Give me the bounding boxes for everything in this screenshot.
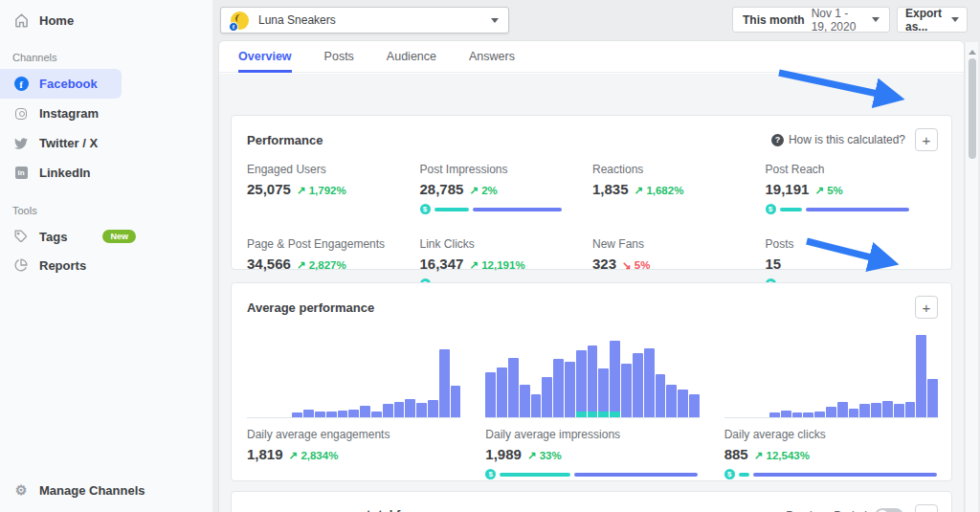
chart-bar bbox=[803, 412, 813, 417]
previous-period-toggle[interactable] bbox=[875, 508, 903, 512]
scrollbar-thumb[interactable] bbox=[969, 58, 976, 159]
chart-bar bbox=[303, 410, 314, 417]
trend-up-value: ↗ 2% bbox=[469, 184, 497, 197]
date-range-value: Nov 1 - 19, 2020 bbox=[812, 7, 865, 33]
coin-icon: $ bbox=[485, 469, 496, 479]
export-as-button[interactable]: Export as... bbox=[897, 7, 968, 33]
paid-organic-bar: $ bbox=[766, 204, 909, 214]
chart-bar bbox=[497, 367, 507, 417]
chart-bar bbox=[871, 403, 881, 417]
sidebar-item-label: Reports bbox=[39, 258, 86, 273]
sidebar-section-channels: Channels bbox=[0, 34, 212, 69]
daily-impressions-chart bbox=[485, 330, 699, 418]
chart-bar bbox=[916, 335, 926, 417]
chart-bar bbox=[633, 353, 643, 417]
tab-posts[interactable]: Posts bbox=[324, 41, 354, 73]
paid-segment bbox=[780, 208, 802, 211]
chart-bar bbox=[451, 386, 461, 417]
chart-bar-paid-segment bbox=[610, 412, 620, 417]
sidebar-item-label: Home bbox=[39, 13, 74, 28]
account-selector-dropdown[interactable]: f Luna Sneakers bbox=[220, 7, 509, 33]
metric-reactions: Reactions 1,835 ↗ 1,682% bbox=[592, 163, 766, 214]
chart-bar bbox=[927, 379, 938, 417]
chart-bar bbox=[678, 390, 688, 417]
sidebar-section-tools: Tools bbox=[0, 188, 212, 222]
daily-engagements-chart bbox=[247, 330, 460, 418]
sidebar-item-twitter[interactable]: Twitter / X bbox=[0, 128, 122, 158]
sidebar-item-facebook[interactable]: f Facebook bbox=[0, 69, 122, 99]
how-calculated-link[interactable]: ? How is this calculated? bbox=[771, 133, 905, 146]
chart-bar bbox=[565, 362, 575, 417]
sidebar-item-label: Tags bbox=[39, 230, 67, 244]
add-metric-button[interactable]: + bbox=[915, 504, 938, 512]
paid-organic-bar: $ bbox=[420, 204, 564, 214]
chart-bar-paid-segment bbox=[576, 412, 587, 417]
average-performance-title: Average performance bbox=[247, 301, 915, 315]
trend-up-value: ↗ 1,792% bbox=[297, 184, 346, 197]
sidebar-item-label: LinkedIn bbox=[39, 166, 90, 180]
chart-bar bbox=[849, 409, 859, 417]
manage-channels-button[interactable]: ⚙ Manage Channels bbox=[0, 476, 212, 504]
chart-bar bbox=[656, 374, 666, 417]
sidebar-item-linkedin[interactable]: in LinkedIn bbox=[0, 158, 122, 188]
sidebar-item-label: Instagram bbox=[39, 106, 99, 121]
avg-clicks-column: Daily average clicks 885 ↗ 12,543% $ bbox=[724, 330, 938, 479]
sidebar-item-reports[interactable]: Reports bbox=[0, 251, 212, 279]
sidebar-item-tags[interactable]: Tags New bbox=[0, 222, 212, 251]
chevron-down-icon bbox=[872, 17, 880, 22]
pie-chart-icon bbox=[13, 257, 29, 273]
paid-segment bbox=[500, 473, 569, 477]
chart-bar bbox=[781, 411, 791, 417]
chart-bar bbox=[769, 412, 780, 417]
metric-post-impressions: Post Impressions 28,785 ↗ 2% $ bbox=[420, 163, 593, 214]
account-avatar: f bbox=[231, 11, 249, 30]
export-as-label: Export as... bbox=[905, 7, 946, 33]
chart-bar bbox=[621, 364, 632, 417]
metric-post-reach: Post Reach 19,191 ↗ 5% $ bbox=[766, 163, 939, 214]
chart-bar bbox=[508, 358, 519, 417]
chart-bar bbox=[315, 412, 325, 417]
tab-audience[interactable]: Audience bbox=[387, 41, 436, 73]
sidebar-item-instagram[interactable]: Instagram bbox=[0, 99, 122, 128]
paid-organic-bar: $ bbox=[485, 469, 698, 479]
linkedin-icon: in bbox=[13, 166, 29, 181]
chart-bar bbox=[428, 400, 438, 417]
facebook-icon: f bbox=[13, 77, 29, 92]
facebook-badge-icon: f bbox=[229, 22, 238, 32]
chart-bar bbox=[520, 385, 530, 417]
paid-organic-bar: $ bbox=[724, 469, 937, 479]
scroll-up-icon[interactable] bbox=[969, 50, 976, 55]
twitter-icon bbox=[13, 136, 29, 151]
chart-bar bbox=[348, 410, 359, 417]
sidebar: Home Channels f Facebook Instagram Twitt… bbox=[0, 0, 212, 512]
metrics-insights-dropdown[interactable]: Metrics insights for total fans bbox=[247, 507, 786, 512]
sidebar-item-home[interactable]: Home bbox=[0, 6, 212, 34]
chart-bar bbox=[416, 403, 427, 417]
organic-segment bbox=[806, 208, 909, 211]
tab-overview[interactable]: Overview bbox=[238, 41, 292, 73]
add-metric-button[interactable]: + bbox=[915, 128, 938, 151]
trend-down-value: ↘ 5% bbox=[622, 258, 650, 272]
metric-posts: Posts 15 $ bbox=[766, 237, 939, 289]
trend-up-value: ↗ 5% bbox=[814, 184, 842, 197]
chart-bar bbox=[792, 412, 803, 417]
chart-bar-paid-segment bbox=[588, 412, 598, 417]
avg-impressions-column: Daily average impressions 1,989 ↗ 33% $ bbox=[485, 330, 699, 479]
chart-bar bbox=[576, 350, 587, 417]
add-metric-button[interactable]: + bbox=[915, 296, 938, 319]
chart-bar bbox=[439, 349, 450, 417]
chart-bar bbox=[338, 411, 348, 417]
trend-up-value: ↗ 12,191% bbox=[469, 258, 524, 272]
chart-bar bbox=[689, 394, 700, 417]
organic-segment bbox=[574, 473, 699, 477]
vertical-scrollbar[interactable] bbox=[966, 42, 978, 512]
date-range-dropdown[interactable]: This month Nov 1 - 19, 2020 bbox=[732, 7, 890, 33]
chart-bar bbox=[326, 412, 337, 417]
tab-answers[interactable]: Answers bbox=[469, 41, 515, 73]
chart-bar bbox=[644, 348, 655, 417]
average-performance-card: Average performance + Daily average enga… bbox=[231, 282, 952, 481]
coin-icon: $ bbox=[420, 204, 431, 214]
report-tabs: Overview Posts Audience Answers bbox=[219, 41, 964, 73]
manage-channels-label: Manage Channels bbox=[39, 483, 145, 498]
chart-bar bbox=[826, 407, 836, 417]
